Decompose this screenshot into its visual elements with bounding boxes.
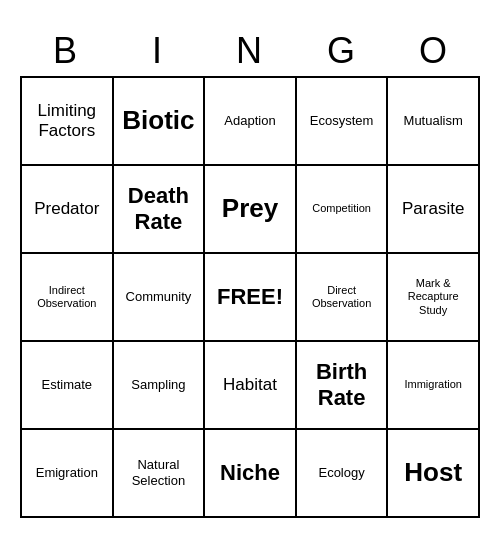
- bingo-cell: Emigration: [22, 430, 114, 518]
- bingo-cell: Parasite: [388, 166, 480, 254]
- bingo-cell: Immigration: [388, 342, 480, 430]
- bingo-cell: Competition: [297, 166, 389, 254]
- header-letter: O: [388, 26, 480, 76]
- bingo-card: BINGO Limiting FactorsBioticAdaptionEcos…: [20, 26, 480, 518]
- bingo-cell: Community: [114, 254, 206, 342]
- bingo-cell: Biotic: [114, 78, 206, 166]
- bingo-cell: Estimate: [22, 342, 114, 430]
- header-letter: G: [296, 26, 388, 76]
- bingo-grid: Limiting FactorsBioticAdaptionEcosystemM…: [20, 76, 480, 518]
- bingo-cell: Natural Selection: [114, 430, 206, 518]
- bingo-cell: Ecology: [297, 430, 389, 518]
- bingo-cell: Prey: [205, 166, 297, 254]
- bingo-cell: Predator: [22, 166, 114, 254]
- bingo-cell: Mark & Recapture Study: [388, 254, 480, 342]
- bingo-cell: Adaption: [205, 78, 297, 166]
- bingo-cell: Death Rate: [114, 166, 206, 254]
- bingo-cell: Limiting Factors: [22, 78, 114, 166]
- bingo-cell: Mutualism: [388, 78, 480, 166]
- bingo-cell: Habitat: [205, 342, 297, 430]
- header-letter: B: [20, 26, 112, 76]
- header-letter: N: [204, 26, 296, 76]
- bingo-cell: Sampling: [114, 342, 206, 430]
- bingo-cell: Indirect Observation: [22, 254, 114, 342]
- bingo-header: BINGO: [20, 26, 480, 76]
- bingo-cell: FREE!: [205, 254, 297, 342]
- bingo-cell: Niche: [205, 430, 297, 518]
- bingo-cell: Host: [388, 430, 480, 518]
- bingo-cell: Birth Rate: [297, 342, 389, 430]
- header-letter: I: [112, 26, 204, 76]
- bingo-cell: Direct Observation: [297, 254, 389, 342]
- bingo-cell: Ecosystem: [297, 78, 389, 166]
